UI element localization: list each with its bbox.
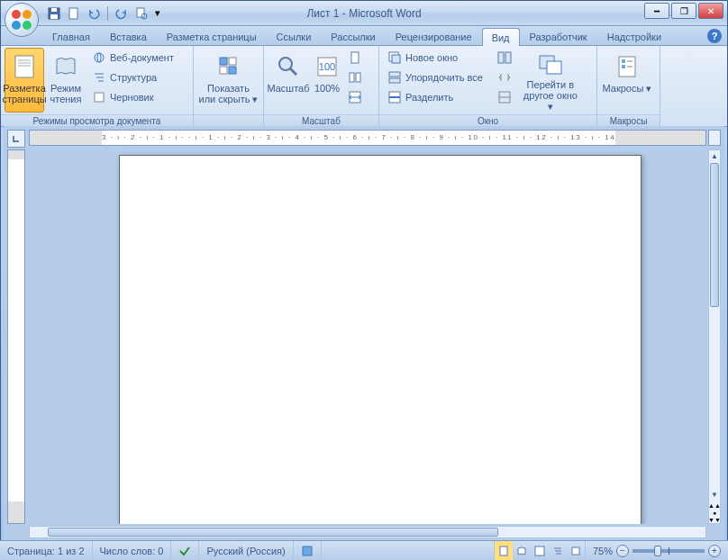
draft-button[interactable]: Черновик — [87, 87, 178, 107]
zoom-out-button[interactable]: − — [616, 545, 629, 557]
status-language[interactable]: Русский (Россия) — [199, 541, 293, 560]
split-button[interactable]: Разделить — [383, 87, 487, 107]
new-window-button[interactable]: Новое окно — [383, 48, 487, 68]
two-pages-button[interactable] — [345, 68, 365, 87]
tab-home[interactable]: Главная — [42, 27, 100, 45]
tab-selector[interactable] — [7, 130, 25, 148]
workspace: 3 · ı · 2 · ı · 1 · ı · · ı · 1 · ı · 2 … — [4, 126, 724, 540]
zoom-slider[interactable] — [632, 549, 705, 553]
office-button[interactable] — [5, 3, 39, 37]
quick-access-toolbar: ▾ — [46, 5, 162, 22]
page-width-button[interactable] — [345, 87, 365, 107]
svg-rect-6 — [50, 14, 58, 19]
zoom-100-button[interactable]: 100 100% — [311, 48, 343, 113]
side-by-side-button[interactable] — [495, 48, 514, 68]
web-layout-button[interactable]: Веб-документ — [87, 48, 178, 68]
group-macros: Макросы ▾ Макросы — [597, 46, 660, 126]
tab-view[interactable]: Вид — [482, 28, 520, 46]
arrange-all-button[interactable]: Упорядочить все — [383, 68, 487, 87]
zoom-level[interactable]: 75% — [593, 546, 613, 556]
next-page-button[interactable]: ▼▼ — [710, 516, 719, 523]
view-print-layout[interactable] — [495, 541, 513, 560]
svg-rect-40 — [505, 52, 511, 63]
view-outline[interactable] — [549, 541, 567, 560]
reading-layout-button[interactable]: Режим чтения — [46, 48, 86, 113]
zoom-button[interactable]: Масштаб — [268, 48, 309, 113]
hscroll-thumb[interactable] — [48, 528, 498, 537]
view-reading[interactable] — [513, 541, 531, 560]
status-proofing[interactable] — [171, 541, 199, 560]
svg-rect-30 — [356, 73, 360, 82]
svg-rect-51 — [500, 546, 507, 555]
svg-point-24 — [279, 58, 292, 70]
tab-developer[interactable]: Разработчик — [520, 27, 597, 45]
print-layout-icon — [10, 52, 39, 81]
vruler-page-area — [8, 159, 24, 501]
outline-button[interactable]: Структура — [87, 68, 178, 87]
svg-rect-8 — [137, 8, 144, 17]
tab-insert[interactable]: Вставка — [100, 27, 157, 45]
qat-print-preview[interactable] — [133, 5, 150, 22]
print-layout-button[interactable]: Разметка страницы — [5, 48, 44, 113]
ribbon-tabs: Главная Вставка Разметка страницы Ссылки… — [1, 26, 727, 46]
close-button[interactable]: ✕ — [698, 3, 723, 19]
document-area[interactable] — [29, 149, 706, 524]
svg-rect-19 — [95, 93, 104, 102]
tab-review[interactable]: Рецензирование — [386, 27, 482, 45]
sync-scroll-button[interactable] — [495, 68, 514, 87]
svg-rect-35 — [389, 72, 400, 77]
group-label-window: Окно — [379, 114, 596, 126]
zoom-in-button[interactable]: + — [708, 545, 721, 557]
zoom-slider-handle[interactable] — [654, 546, 661, 556]
select-browse-object[interactable]: ● — [710, 509, 719, 516]
vscroll-thumb[interactable] — [710, 163, 719, 307]
group-label-views: Режимы просмотра документа — [1, 114, 193, 126]
view-web[interactable] — [531, 541, 549, 560]
view-buttons — [494, 541, 586, 560]
qat-new[interactable] — [66, 5, 82, 22]
reading-label: Режим чтения — [47, 83, 85, 104]
reset-pos-button[interactable] — [495, 87, 514, 107]
tab-page-layout[interactable]: Разметка страницы — [157, 27, 267, 45]
zoom-slider-tick — [669, 547, 669, 555]
minimize-button[interactable]: ━ — [644, 3, 669, 19]
view-draft[interactable] — [567, 541, 585, 560]
ribbon: Разметка страницы Режим чтения Веб-докум… — [1, 46, 727, 127]
scroll-up[interactable]: ▲ — [710, 150, 719, 161]
scroll-down[interactable]: ▼ — [710, 489, 719, 500]
document-page[interactable] — [119, 155, 642, 524]
qat-redo[interactable] — [114, 5, 130, 22]
svg-rect-44 — [547, 61, 561, 74]
status-macro-rec[interactable] — [294, 541, 322, 560]
qat-save[interactable] — [46, 5, 62, 22]
switch-window-button[interactable]: Перейти в другое окно ▾ — [520, 48, 581, 113]
svg-rect-28 — [351, 52, 359, 63]
tab-addins[interactable]: Надстройки — [597, 27, 671, 45]
macros-button[interactable]: Макросы ▾ — [601, 48, 653, 113]
tab-references[interactable]: Ссылки — [267, 27, 322, 45]
one-page-button[interactable] — [345, 48, 365, 68]
chevron-down-icon: ▾ — [646, 83, 651, 94]
show-hide-button[interactable]: Показать или скрыть ▾ — [197, 48, 259, 113]
qat-customize[interactable]: ▾ — [153, 5, 162, 22]
svg-rect-10 — [15, 56, 33, 77]
web-layout-icon — [92, 50, 106, 65]
prev-page-button[interactable]: ▲▲ — [710, 501, 719, 509]
vertical-scrollbar[interactable]: ▲ ▼ ▲▲ ● ▼▼ — [708, 149, 721, 524]
svg-point-2 — [12, 21, 21, 30]
qat-undo[interactable] — [86, 5, 102, 22]
status-page[interactable]: Страница: 1 из 2 — [0, 541, 93, 560]
switch-window-label: Перейти в другое окно ▾ — [521, 79, 580, 112]
horizontal-scrollbar[interactable] — [29, 526, 706, 538]
vertical-ruler[interactable] — [7, 149, 25, 524]
tab-mailings[interactable]: Рассылки — [321, 27, 385, 45]
svg-rect-36 — [389, 78, 400, 83]
ruler-toggle[interactable] — [708, 130, 721, 146]
svg-rect-34 — [392, 55, 400, 63]
status-word-count[interactable]: Число слов: 0 — [93, 541, 172, 560]
horizontal-ruler[interactable]: 3 · ı · 2 · ı · 1 · ı · · ı · 1 · ı · 2 … — [29, 130, 706, 146]
draft-icon — [92, 90, 106, 104]
help-icon[interactable]: ? — [707, 29, 722, 43]
svg-rect-21 — [229, 58, 236, 65]
maximize-button[interactable]: ❐ — [671, 3, 696, 19]
